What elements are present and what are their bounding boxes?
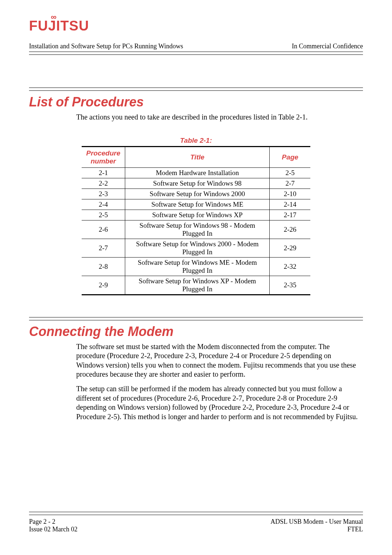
table-header-row: Procedure number Title Page: [82, 146, 310, 167]
header-left: Installation and Software Setup for PCs …: [29, 42, 183, 50]
table-row: 2-2 Software Setup for Windows 98 2-7: [82, 178, 310, 189]
cell-page: 2-29: [270, 239, 310, 257]
section2-p2: The setup can still be performed if the …: [76, 384, 359, 421]
cell-num: 2-9: [82, 276, 125, 295]
section2-p1: The software set must be started with th…: [76, 342, 359, 379]
fujitsu-logo: ∞ FUJITSU: [29, 18, 363, 34]
cell-num: 2-2: [82, 178, 125, 189]
section1-intro: The actions you need to take are describ…: [76, 113, 359, 122]
running-header: Installation and Software Setup for PCs …: [29, 42, 363, 50]
footer-right-2: FTEL: [347, 526, 363, 533]
cell-page: 2-10: [270, 189, 310, 199]
cell-num: 2-4: [82, 199, 125, 210]
infinity-icon: ∞: [51, 13, 57, 21]
header-rule-b: [29, 54, 363, 55]
section2-heading: Connecting the Modem: [29, 324, 363, 339]
table-row: 2-3 Software Setup for Windows 2000 2-10: [82, 189, 310, 199]
table-row: 2-7 Software Setup for Windows 2000 - Mo…: [82, 239, 310, 257]
cell-page: 2-26: [270, 220, 310, 239]
table-caption: Table 2-1:: [29, 137, 363, 145]
table-row: 2-9 Software Setup for Windows XP - Mode…: [82, 276, 310, 295]
cell-page: 2-14: [270, 199, 310, 210]
cell-num: 2-3: [82, 189, 125, 199]
cell-num: 2-6: [82, 220, 125, 239]
cell-title: Modem Hardware Installation: [125, 167, 270, 178]
table-row: 2-5 Software Setup for Windows XP 2-17: [82, 210, 310, 220]
cell-title: Software Setup for Windows 98: [125, 178, 270, 189]
table-row: 2-8 Software Setup for Windows ME - Mode…: [82, 257, 310, 276]
cell-title: Software Setup for Windows 2000 - Modem …: [125, 239, 270, 257]
logo-text: FUJITSU: [29, 18, 89, 33]
cell-num: 2-8: [82, 257, 125, 276]
cell-page: 2-7: [270, 178, 310, 189]
header-right: In Commercial Confidence: [292, 42, 363, 50]
section1-body: The actions you need to take are describ…: [76, 113, 359, 122]
cell-page: 2-35: [270, 276, 310, 295]
cell-title: Software Setup for Windows 2000: [125, 189, 270, 199]
section2-rules: [29, 317, 363, 320]
cell-title: Software Setup for Windows ME: [125, 199, 270, 210]
col-header-number: Procedure number: [82, 146, 125, 167]
col-header-title: Title: [125, 146, 270, 167]
page-container: ∞ FUJITSU Installation and Software Setu…: [0, 0, 392, 555]
cell-num: 2-1: [82, 167, 125, 178]
cell-num: 2-7: [82, 239, 125, 257]
cell-title: Software Setup for Windows XP - Modem Pl…: [125, 276, 270, 295]
cell-title: Software Setup for Windows XP: [125, 210, 270, 220]
procedures-table: Procedure number Title Page 2-1 Modem Ha…: [82, 146, 310, 295]
section2-rule-b: [29, 320, 363, 320]
section1-heading: List of Procedures: [29, 94, 363, 110]
cell-page: 2-17: [270, 210, 310, 220]
cell-page: 2-32: [270, 257, 310, 276]
footer-right-1: ADSL USB Modem - User Manual: [270, 518, 363, 526]
col-header-page: Page: [270, 146, 310, 167]
cell-title: Software Setup for Windows ME - Modem Pl…: [125, 257, 270, 276]
section1-rule-b: [29, 90, 363, 91]
cell-page: 2-5: [270, 167, 310, 178]
section2-body: The software set must be started with th…: [76, 342, 359, 422]
page-footer: Page 2 - 2 ADSL USB Modem - User Manual …: [29, 510, 363, 533]
section1-rules: [29, 88, 363, 91]
footer-left-1: Page 2 - 2: [29, 518, 55, 526]
cell-num: 2-5: [82, 210, 125, 220]
table-row: 2-6 Software Setup for Windows 98 - Mode…: [82, 220, 310, 239]
cell-title: Software Setup for Windows 98 - Modem Pl…: [125, 220, 270, 239]
footer-left-2: Issue 02 March 02: [29, 526, 77, 533]
table-row: 2-1 Modem Hardware Installation 2-5: [82, 167, 310, 178]
table-row: 2-4 Software Setup for Windows ME 2-14: [82, 199, 310, 210]
